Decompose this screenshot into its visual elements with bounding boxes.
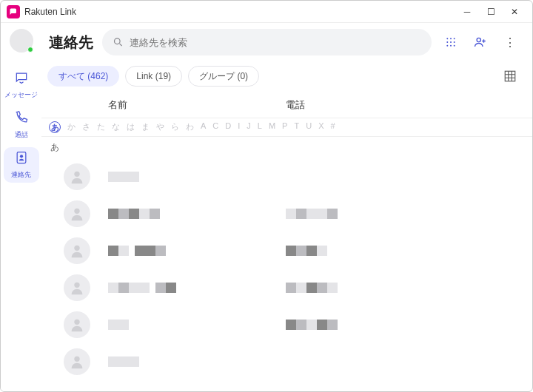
index-letter[interactable]: L	[258, 121, 262, 133]
svg-point-10	[446, 45, 448, 47]
index-letter[interactable]: X	[318, 121, 324, 133]
index-letter[interactable]: D	[225, 121, 231, 133]
contact-avatar-icon	[64, 311, 90, 338]
tab-link[interactable]: Link (19)	[125, 66, 182, 87]
dialpad-icon[interactable]	[440, 32, 461, 53]
index-letter[interactable]: あ	[49, 121, 61, 133]
index-letter[interactable]: U	[306, 121, 312, 133]
contact-row[interactable]	[41, 195, 532, 232]
alpha-index: あ か さ た な は ま や ら わ A C D I J L M P T U …	[41, 118, 532, 137]
index-letter[interactable]: ら	[171, 121, 179, 133]
svg-point-23	[74, 320, 79, 325]
svg-line-3	[119, 44, 121, 46]
section-letter: あ	[41, 137, 532, 158]
index-letter[interactable]: I	[238, 121, 240, 133]
redacted-name	[108, 246, 286, 256]
col-phone: 電話	[286, 98, 305, 112]
maximize-button[interactable]: ☐	[479, 4, 503, 19]
index-letter[interactable]: P	[282, 121, 287, 133]
index-letter[interactable]: わ	[186, 121, 194, 133]
svg-point-2	[115, 38, 121, 44]
add-contact-icon[interactable]	[470, 32, 491, 53]
redacted-phone	[286, 320, 338, 330]
svg-point-12	[454, 45, 455, 47]
svg-point-20	[74, 209, 79, 214]
redacted-phone	[286, 283, 338, 293]
app-logo-icon	[7, 5, 20, 18]
nav-calls[interactable]: 通話	[4, 107, 39, 143]
avatar[interactable]	[10, 29, 33, 53]
nav-label: メッセージ	[4, 90, 38, 100]
svg-point-4	[446, 38, 448, 39]
svg-point-19	[74, 172, 79, 177]
index-letter[interactable]: や	[156, 121, 164, 133]
index-letter[interactable]: か	[67, 121, 76, 133]
nav-messages[interactable]: メッセージ	[4, 67, 39, 103]
column-headers: 名前 電話	[41, 92, 532, 118]
svg-point-1	[19, 155, 22, 158]
tab-all[interactable]: すべて (462)	[47, 66, 119, 87]
contact-row[interactable]	[41, 158, 532, 195]
svg-rect-14	[505, 71, 515, 81]
svg-point-5	[450, 38, 452, 39]
redacted-name	[108, 320, 286, 330]
sidebar: メッセージ 通話 連絡先	[1, 23, 41, 391]
col-name: 名前	[108, 98, 286, 112]
phone-icon	[14, 110, 29, 129]
index-letter[interactable]: T	[294, 121, 299, 133]
index-letter[interactable]: A	[201, 121, 206, 133]
contact-row[interactable]	[41, 306, 532, 343]
svg-point-13	[477, 38, 480, 41]
contact-list	[41, 158, 532, 391]
contact-row[interactable]	[41, 343, 532, 380]
window-title: Rakuten Link	[24, 7, 76, 17]
index-letter[interactable]: M	[269, 121, 275, 133]
search-field[interactable]	[130, 37, 421, 48]
contact-avatar-icon	[64, 163, 90, 190]
nav-contacts[interactable]: 連絡先	[4, 147, 39, 183]
svg-point-22	[74, 283, 79, 288]
index-letter[interactable]: は	[127, 121, 135, 133]
contacts-icon	[14, 150, 29, 169]
redacted-phone	[286, 246, 327, 256]
index-letter[interactable]: さ	[82, 121, 90, 133]
index-letter[interactable]: J	[247, 121, 251, 133]
page-title: 連絡先	[49, 33, 93, 53]
contact-avatar-icon	[64, 274, 90, 301]
contact-avatar-icon	[64, 200, 90, 227]
minimize-button[interactable]: ─	[455, 4, 479, 19]
index-letter[interactable]: #	[330, 121, 335, 133]
redacted-name	[108, 172, 286, 182]
contact-row[interactable]	[41, 232, 532, 269]
close-button[interactable]: ✕	[503, 4, 526, 19]
contact-avatar-icon	[64, 348, 90, 375]
search-input[interactable]	[102, 29, 432, 55]
svg-point-6	[454, 38, 455, 39]
nav-label: 通話	[15, 130, 28, 140]
svg-point-21	[74, 246, 79, 251]
redacted-name	[108, 356, 286, 367]
index-letter[interactable]: ま	[141, 121, 150, 133]
redacted-phone	[286, 209, 338, 219]
header: 連絡先 ⋮	[41, 23, 532, 63]
svg-point-24	[74, 356, 79, 362]
index-letter[interactable]: C	[212, 121, 218, 133]
contact-row[interactable]	[41, 269, 532, 306]
contact-avatar-icon	[64, 237, 90, 264]
filter-tabs: すべて (462) Link (19) グループ (0)	[41, 63, 532, 92]
svg-point-8	[450, 41, 452, 43]
more-icon[interactable]: ⋮	[500, 32, 520, 53]
presence-dot-icon	[27, 47, 33, 53]
index-letter[interactable]: た	[97, 121, 105, 133]
message-icon	[14, 70, 29, 89]
svg-point-9	[454, 41, 455, 43]
titlebar: Rakuten Link ─ ☐ ✕	[1, 1, 532, 23]
tab-group[interactable]: グループ (0)	[188, 66, 259, 87]
grid-view-icon[interactable]	[500, 66, 520, 87]
redacted-name	[108, 283, 286, 293]
search-icon	[113, 36, 124, 48]
redacted-name	[108, 209, 286, 219]
svg-point-7	[446, 41, 448, 43]
index-letter[interactable]: な	[112, 121, 120, 133]
svg-point-11	[450, 45, 452, 47]
